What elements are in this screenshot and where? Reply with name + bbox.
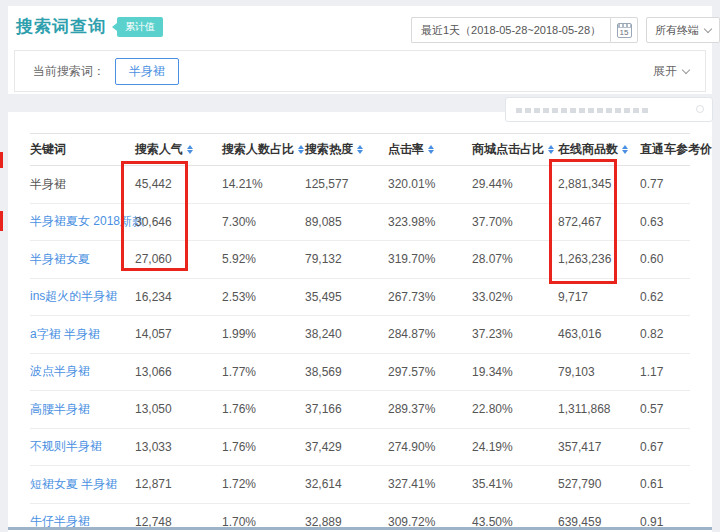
calendar-button[interactable]: 15 <box>610 17 638 43</box>
cell-value: 125,577 <box>305 177 388 191</box>
cell-value: 1.76% <box>222 440 305 454</box>
sort-icon[interactable] <box>187 145 193 154</box>
keyword-link[interactable]: 波点半身裙 <box>30 363 135 380</box>
terminal-select-value: 所有终端 <box>655 23 699 38</box>
cell-value: 357,417 <box>558 440 640 454</box>
sort-icon[interactable] <box>622 145 628 154</box>
column-header-2[interactable]: 搜索人气 <box>135 141 222 158</box>
cell-value: 16,234 <box>135 290 222 304</box>
cell-value: 24.19% <box>472 440 558 454</box>
search-icon <box>696 105 704 113</box>
header-card: 搜索词查询 累计值 最近1天（2018-05-28~2018-05-28） 15… <box>8 6 712 94</box>
column-header-1: 关键词 <box>30 141 135 158</box>
cell-value: 38,569 <box>305 365 388 379</box>
highlight-box-online-products <box>549 159 617 284</box>
cell-value: 89,085 <box>305 215 388 229</box>
column-header-3[interactable]: 搜索人数占比 <box>222 141 305 158</box>
cell-value: 0.82 <box>640 327 690 341</box>
cell-value: 22.80% <box>472 402 558 416</box>
column-header-8[interactable]: 直通车参考价 <box>640 141 712 158</box>
cell-value: 19.34% <box>472 365 558 379</box>
page-title: 搜索词查询 <box>16 15 106 38</box>
keyword-link[interactable]: 高腰半身裙 <box>30 401 135 418</box>
column-header-label: 在线商品数 <box>558 141 618 158</box>
cell-value: 289.37% <box>388 402 472 416</box>
keyword-link[interactable]: 半身裙女夏 <box>30 251 135 268</box>
column-header-label: 点击率 <box>388 141 424 158</box>
keyword-text: 半身裙 <box>30 176 135 193</box>
cell-value: 1.17 <box>640 365 690 379</box>
terminal-select[interactable]: 所有终端 <box>646 17 720 43</box>
top-controls: 最近1天（2018-05-28~2018-05-28） 15 所有终端 <box>411 17 720 43</box>
keyword-link[interactable]: 不规则半身裙 <box>30 438 135 455</box>
column-header-label: 搜索热度 <box>305 141 353 158</box>
column-header-5[interactable]: 点击率 <box>388 141 472 158</box>
table-row: 波点半身裙13,0661.77%38,569297.57%19.34%79,10… <box>30 354 690 392</box>
cell-value: 79,132 <box>305 252 388 266</box>
expand-label: 展开 <box>653 63 677 80</box>
date-range-picker[interactable]: 最近1天（2018-05-28~2018-05-28） <box>411 17 610 43</box>
current-search-label: 当前搜索词： <box>33 63 105 80</box>
column-header-label: 搜索人气 <box>135 141 183 158</box>
cell-value: 320.01% <box>388 177 472 191</box>
cell-value: 2.53% <box>222 290 305 304</box>
sort-icon[interactable] <box>548 145 554 154</box>
cell-value: 327.41% <box>388 477 472 491</box>
column-header-7[interactable]: 在线商品数 <box>558 141 640 158</box>
cell-value: 0.57 <box>640 402 690 416</box>
cell-value: 9,717 <box>558 290 640 304</box>
red-annotation-mark-left-2 <box>0 211 3 231</box>
cell-value: 13,033 <box>135 440 222 454</box>
cell-value: 35.41% <box>472 477 558 491</box>
cumulative-value-badge: 累计值 <box>112 17 163 37</box>
cell-value: 14.21% <box>222 177 305 191</box>
calendar-icon: 15 <box>617 23 632 38</box>
table-row: 高腰半身裙13,0501.76%37,166289.37%22.80%1,311… <box>30 391 690 429</box>
red-annotation-mark-left-1 <box>0 152 3 168</box>
cell-value: 0.61 <box>640 477 690 491</box>
cell-value: 1.77% <box>222 365 305 379</box>
cell-value: 33.02% <box>472 290 558 304</box>
date-range-text: 最近1天（2018-05-28~2018-05-28） <box>421 23 601 38</box>
cell-value: 1.72% <box>222 477 305 491</box>
current-search-term-button[interactable]: 半身裙 <box>115 58 179 85</box>
expand-toggle[interactable]: 展开 <box>653 63 689 80</box>
cell-value: 463,016 <box>558 327 640 341</box>
column-header-6[interactable]: 商城点击占比 <box>472 141 558 158</box>
sort-icon[interactable] <box>298 145 304 154</box>
horizontal-scrollbar[interactable] <box>8 527 712 530</box>
table-row: ins超火的半身裙16,2342.53%35,495267.73%33.02%9… <box>30 279 690 317</box>
cell-value: 297.57% <box>388 365 472 379</box>
cell-value: 13,066 <box>135 365 222 379</box>
cell-value: 28.07% <box>472 252 558 266</box>
sort-icon[interactable] <box>428 145 434 154</box>
keyword-link[interactable]: 半身裙夏女 2018新款 <box>30 213 135 230</box>
cell-value: 29.44% <box>472 177 558 191</box>
cell-value: 0.60 <box>640 252 690 266</box>
cell-value: 527,790 <box>558 477 640 491</box>
cell-value: 0.77 <box>640 177 690 191</box>
cell-value: 37.23% <box>472 327 558 341</box>
cell-value: 38,240 <box>305 327 388 341</box>
cell-value: 319.70% <box>388 252 472 266</box>
cell-value: 37,166 <box>305 402 388 416</box>
keyword-link[interactable]: a字裙 半身裙 <box>30 326 135 343</box>
cell-value: 35,495 <box>305 290 388 304</box>
badge-label: 累计值 <box>117 17 163 37</box>
cell-value: 7.30% <box>222 215 305 229</box>
title-row: 搜索词查询 累计值 <box>16 15 163 38</box>
cell-value: 32,614 <box>305 477 388 491</box>
cell-value: 1,311,868 <box>558 402 640 416</box>
cell-value: 12,871 <box>135 477 222 491</box>
cell-value: 79,103 <box>558 365 640 379</box>
cell-value: 0.67 <box>640 440 690 454</box>
column-header-4[interactable]: 搜索热度 <box>305 141 388 158</box>
keyword-link[interactable]: 短裙女夏 半身裙 <box>30 476 135 493</box>
cell-value: 284.87% <box>388 327 472 341</box>
cell-value: 0.62 <box>640 290 690 304</box>
sort-icon[interactable] <box>357 145 363 154</box>
search-input[interactable] <box>505 97 713 122</box>
cell-value: 5.92% <box>222 252 305 266</box>
keyword-link[interactable]: ins超火的半身裙 <box>30 288 135 305</box>
cell-value: 267.73% <box>388 290 472 304</box>
